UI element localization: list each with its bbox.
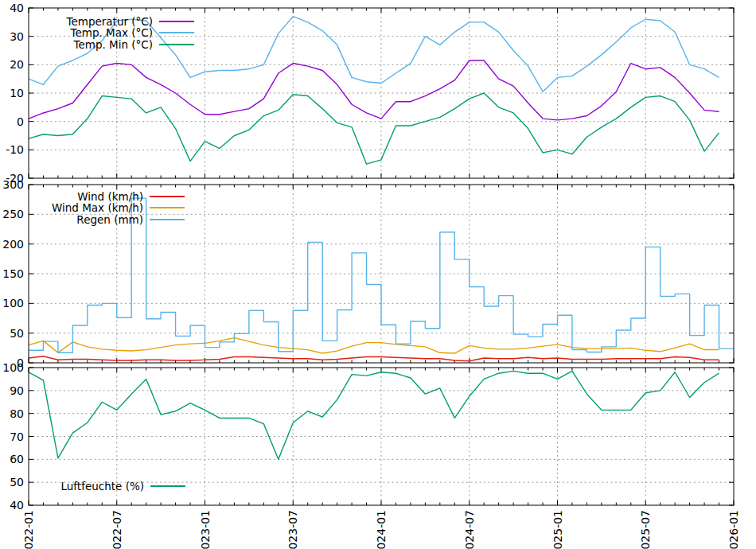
- y-axis-label: 200: [2, 238, 24, 251]
- y-axis-label: 80: [10, 407, 24, 420]
- series-Wind Max (km/h): [29, 338, 719, 353]
- legend-label-wind-max: Wind Max (km/h): [0, 201, 150, 214]
- legend-line-wind-max: [150, 207, 185, 208]
- legend-line-temp-min: [159, 44, 194, 45]
- legend-row-temp-max: Temp. Max (°C): [0, 26, 194, 39]
- legend-label-temp-min: Temp. Min (°C): [0, 38, 159, 51]
- chart-canvas: -20-100102030400501001502002503004050607…: [0, 0, 756, 549]
- legend-line-wind: [150, 196, 185, 197]
- y-axis-label: -10: [6, 143, 24, 156]
- x-axis-label: 2023-01: [199, 510, 212, 549]
- legend-row-wind-max: Wind Max (km/h): [0, 201, 185, 214]
- legend-label-temp-max: Temp. Max (°C): [0, 26, 159, 39]
- legend-line-temp-max: [159, 32, 194, 33]
- x-axis-label: 2023-07: [286, 510, 299, 549]
- x-axis-label: 2025-07: [639, 510, 652, 549]
- legend-line-regen: [150, 219, 185, 220]
- y-axis-label: 10: [10, 87, 24, 99]
- series-Luftfeuchte (%): [29, 371, 719, 459]
- x-axis-label: 2022-07: [111, 510, 123, 549]
- legend-row-luftfeuchte: Luftfeuchte (%): [0, 480, 185, 493]
- legend-line-temperatur: [159, 21, 194, 22]
- legend-row-regen: Regen (mm): [0, 213, 185, 226]
- series-Temperatur (°C): [29, 60, 719, 120]
- y-axis-label: 50: [10, 327, 24, 340]
- y-axis-label: 40: [10, 2, 24, 14]
- y-axis-label: 150: [2, 267, 24, 280]
- y-axis-label: 0: [17, 115, 24, 128]
- y-axis-label: 40: [10, 499, 24, 512]
- x-axis-label: 2024-01: [375, 510, 388, 549]
- x-axis-label: 2022-01: [22, 510, 35, 549]
- y-axis-label: 100: [2, 297, 24, 310]
- y-axis-label: 90: [10, 384, 24, 397]
- x-axis-label: 2024-07: [463, 510, 476, 549]
- legend-row-temp-min: Temp. Min (°C): [0, 38, 194, 51]
- y-axis-label: 70: [10, 430, 24, 443]
- y-axis-label: 60: [10, 453, 24, 465]
- weather-multi-panel-chart: -20-100102030400501001502002503004050607…: [0, 0, 756, 549]
- legend-line-luftfeuchte: [150, 485, 185, 487]
- series-Temp. Min (°C): [29, 93, 719, 164]
- x-axis-label: 2025-01: [551, 510, 564, 549]
- series-Wind (km/h): [29, 356, 719, 361]
- y-axis-label: 300: [2, 178, 24, 191]
- y-axis-label: 20: [10, 58, 24, 71]
- y-axis-label: 100: [2, 361, 24, 374]
- legend-label-luftfeuchte: Luftfeuchte (%): [0, 480, 150, 493]
- x-axis-label: 2026-01: [727, 510, 740, 549]
- legend-label-regen: Regen (mm): [0, 213, 150, 226]
